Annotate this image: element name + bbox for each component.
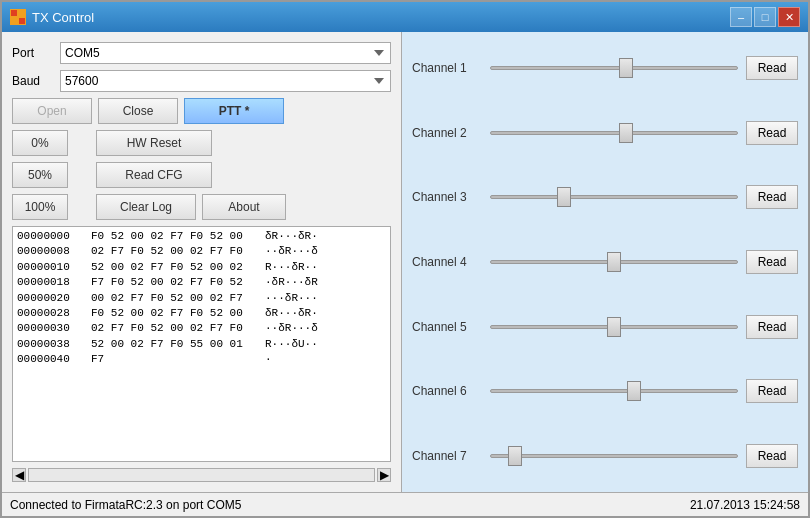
channel-5-read-button[interactable]: Read — [746, 315, 798, 339]
zero-percent-button[interactable]: 0% — [12, 130, 68, 156]
svg-rect-0 — [11, 10, 17, 16]
log-ascii: δR···δR· — [265, 306, 318, 321]
log-ascii: R···δR·· — [265, 260, 318, 275]
baud-select[interactable]: 57600 — [60, 70, 391, 92]
log-addr: 00000020 — [17, 291, 87, 306]
maximize-button[interactable]: □ — [754, 7, 776, 27]
channel-4-thumb[interactable] — [607, 252, 621, 272]
channel-4-slider[interactable] — [490, 247, 738, 277]
channel-3-thumb[interactable] — [557, 187, 571, 207]
scroll-right-button[interactable]: ▶ — [377, 468, 391, 482]
app-icon — [10, 9, 26, 25]
channel-6-thumb[interactable] — [627, 381, 641, 401]
channel-5-slider[interactable] — [490, 312, 738, 342]
right-panel: Channel 1ReadChannel 2ReadChannel 3ReadC… — [402, 32, 808, 492]
channel-3-track — [490, 195, 738, 199]
log-addr: 00000008 — [17, 244, 87, 259]
log-ascii: ···δR··· — [265, 291, 318, 306]
port-row: Port COM5 — [12, 42, 391, 64]
title-bar-buttons: – □ ✕ — [730, 7, 800, 27]
channel-row-3: Channel 3Read — [412, 167, 798, 228]
zero-hwreset-row: 0% HW Reset — [12, 130, 391, 156]
channel-row-4: Channel 4Read — [412, 232, 798, 293]
channel-4-read-button[interactable]: Read — [746, 250, 798, 274]
log-hex: 52 00 02 F7 F0 55 00 01 — [91, 337, 261, 352]
port-select[interactable]: COM5 — [60, 42, 391, 64]
log-hex: F0 52 00 02 F7 F0 52 00 — [91, 306, 261, 321]
channel-7-read-button[interactable]: Read — [746, 444, 798, 468]
window-title: TX Control — [32, 10, 94, 25]
channel-6-read-button[interactable]: Read — [746, 379, 798, 403]
baud-label: Baud — [12, 74, 52, 88]
log-row: 00000018F7 F0 52 00 02 F7 F0 52·δR···δR — [17, 275, 386, 290]
channel-7-thumb[interactable] — [508, 446, 522, 466]
fifty-percent-button[interactable]: 50% — [12, 162, 68, 188]
log-row: 0000001052 00 02 F7 F0 52 00 02R···δR·· — [17, 260, 386, 275]
open-close-row: Open Close PTT * — [12, 98, 391, 124]
close-button[interactable]: ✕ — [778, 7, 800, 27]
log-row: 00000000F0 52 00 02 F7 F0 52 00δR···δR· — [17, 229, 386, 244]
log-row: 0000000802 F7 F0 52 00 02 F7 F0··δR···δ — [17, 244, 386, 259]
channel-2-slider[interactable] — [490, 118, 738, 148]
channel-3-slider[interactable] — [490, 182, 738, 212]
channel-2-label: Channel 2 — [412, 126, 482, 140]
hundred-clearlog-about-row: 100% Clear Log About — [12, 194, 391, 220]
channel-6-label: Channel 6 — [412, 384, 482, 398]
status-right: 21.07.2013 15:24:58 — [690, 498, 800, 512]
log-hex: 00 02 F7 F0 52 00 02 F7 — [91, 291, 261, 306]
minimize-button[interactable]: – — [730, 7, 752, 27]
channel-6-slider[interactable] — [490, 376, 738, 406]
channel-row-6: Channel 6Read — [412, 361, 798, 422]
about-button[interactable]: About — [202, 194, 286, 220]
main-content: Port COM5 Baud 57600 Open Close PTT * 0% — [2, 32, 808, 492]
hw-reset-button[interactable]: HW Reset — [96, 130, 212, 156]
channel-6-track — [490, 389, 738, 393]
log-ascii: · — [265, 352, 272, 367]
main-window: TX Control – □ ✕ Port COM5 Baud 57600 — [0, 0, 810, 518]
log-area[interactable]: 00000000F0 52 00 02 F7 F0 52 00δR···δR·0… — [12, 226, 391, 462]
channel-1-label: Channel 1 — [412, 61, 482, 75]
scroll-left-button[interactable]: ◀ — [12, 468, 26, 482]
log-content: 00000000F0 52 00 02 F7 F0 52 00δR···δR·0… — [17, 229, 386, 368]
channel-1-track — [490, 66, 738, 70]
channel-1-read-button[interactable]: Read — [746, 56, 798, 80]
log-hex: F7 — [91, 352, 261, 367]
channel-3-label: Channel 3 — [412, 190, 482, 204]
ptt-button[interactable]: PTT * — [184, 98, 284, 124]
open-button[interactable]: Open — [12, 98, 92, 124]
status-bar: Connected to FirmataRC:2.3 on port COM5 … — [2, 492, 808, 516]
channel-5-label: Channel 5 — [412, 320, 482, 334]
log-hex: 02 F7 F0 52 00 02 F7 F0 — [91, 244, 261, 259]
baud-row: Baud 57600 — [12, 70, 391, 92]
hundred-percent-button[interactable]: 100% — [12, 194, 68, 220]
log-addr: 00000010 — [17, 260, 87, 275]
channel-2-read-button[interactable]: Read — [746, 121, 798, 145]
log-ascii: ·δR···δR — [265, 275, 318, 290]
log-row: 0000003002 F7 F0 52 00 02 F7 F0··δR···δ — [17, 321, 386, 336]
channel-7-label: Channel 7 — [412, 449, 482, 463]
log-ascii: ··δR···δ — [265, 321, 318, 336]
horizontal-scrollbar[interactable] — [28, 468, 375, 482]
log-addr: 00000030 — [17, 321, 87, 336]
title-bar-left: TX Control — [10, 9, 94, 25]
log-row: 0000003852 00 02 F7 F0 55 00 01R···δU·· — [17, 337, 386, 352]
svg-rect-3 — [19, 18, 25, 24]
channel-7-slider[interactable] — [490, 441, 738, 471]
channel-5-thumb[interactable] — [607, 317, 621, 337]
channel-1-thumb[interactable] — [619, 58, 633, 78]
port-label: Port — [12, 46, 52, 60]
close-button[interactable]: Close — [98, 98, 178, 124]
channel-row-2: Channel 2Read — [412, 103, 798, 164]
channel-3-read-button[interactable]: Read — [746, 185, 798, 209]
channel-1-slider[interactable] — [490, 53, 738, 83]
clear-log-button[interactable]: Clear Log — [96, 194, 196, 220]
log-addr: 00000018 — [17, 275, 87, 290]
read-cfg-button[interactable]: Read CFG — [96, 162, 212, 188]
log-hex: 52 00 02 F7 F0 52 00 02 — [91, 260, 261, 275]
channel-4-label: Channel 4 — [412, 255, 482, 269]
channel-2-thumb[interactable] — [619, 123, 633, 143]
log-hex: 02 F7 F0 52 00 02 F7 F0 — [91, 321, 261, 336]
left-panel: Port COM5 Baud 57600 Open Close PTT * 0% — [2, 32, 402, 492]
log-addr: 00000028 — [17, 306, 87, 321]
title-bar: TX Control – □ ✕ — [2, 2, 808, 32]
